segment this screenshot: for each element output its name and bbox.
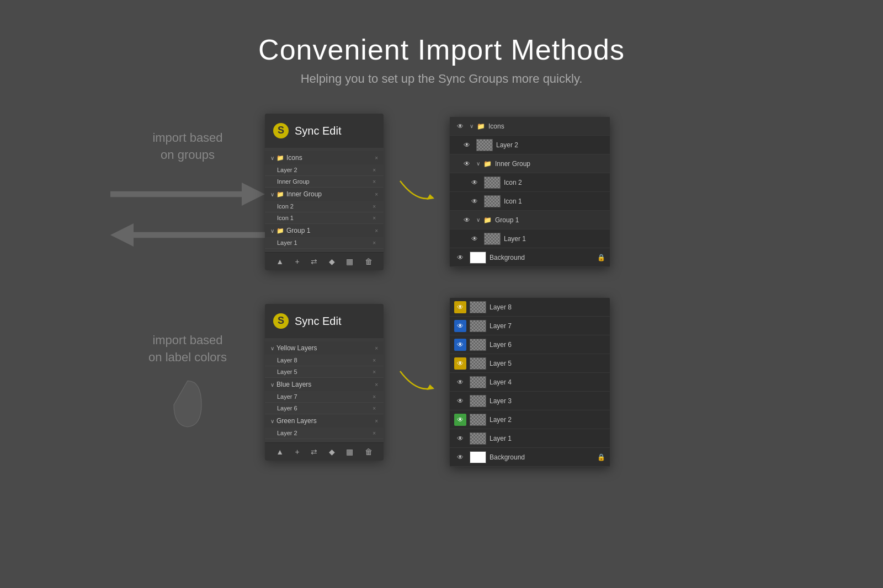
close-innergroup-1[interactable]: × [373,179,376,185]
ps-name-layer2-2: Layer 2 [490,416,605,424]
ps-eye-layer8[interactable]: 👁 [454,301,466,313]
group-innergroup-header: ∨ 📁 Inner Group × [265,188,384,201]
footer-folder-icon-2[interactable]: ▦ [346,447,353,456]
layer-layer5: Layer 5 × [265,366,384,378]
ps-name-icons: Icons [488,122,605,130]
folder-icon-3: 📁 [276,227,284,234]
close-yellow[interactable]: × [375,345,378,351]
arrow-between-1 [384,170,450,214]
group-green-header: ∨ Green Layers × [265,414,384,427]
ps-eye-layer1-2[interactable]: 👁 [454,432,466,445]
ps-eye-layer1-1[interactable]: 👁 [469,233,481,245]
ps-eye-innergroup[interactable]: 👁 [461,158,473,170]
ps-row-icon2: 👁 Icon 2 [450,173,610,192]
ps-panel-1: 👁 ∨ 📁 Icons 👁 Layer 2 👁 ∨ 📁 Inner Group [450,117,610,267]
page-header: Convenient Import Methods Helping you to… [258,33,625,86]
footer-sync-icon[interactable]: ⇄ [311,257,317,266]
section-groups: import based on groups S [110,114,773,270]
arrow-left-icon [110,216,265,254]
close-innergroup[interactable]: × [375,191,378,197]
ps-thumb-layer1-1 [484,233,501,245]
ps-eye-bg-1[interactable]: 👁 [454,252,466,264]
layer-layer1-1: Layer 1 × [265,237,384,249]
svg-marker-3 [110,223,134,247]
svg-text:S: S [278,315,284,326]
group-innergroup-label: Inner Group [286,190,322,198]
ps-thumb-layer5 [470,357,486,370]
ps-eye-layer2-1[interactable]: 👁 [461,139,473,151]
page-title: Convenient Import Methods [258,33,625,66]
ps-eye-layer3[interactable]: 👁 [454,395,466,407]
ps-eye-layer6[interactable]: 👁 [454,339,466,351]
ps-eye-bg-2[interactable]: 👁 [454,451,466,463]
ps-eye-group1[interactable]: 👁 [461,214,473,226]
ps-row-icon1: 👁 Icon 1 [450,192,610,211]
footer-delete-icon-2[interactable]: 🗑 [365,447,373,456]
arrow-between-2 [384,360,450,404]
chevron-icons: ∨ [270,155,274,161]
ps-name-layer8: Layer 8 [490,303,605,311]
ps-row-layer1-1: 👁 Layer 1 [450,229,610,248]
section2-label-text: import based on label colors [110,332,265,366]
ps-eye-layer5[interactable]: 👁 [454,357,466,370]
sync-panel-2-body: ∨ Yellow Layers × Layer 8 × Layer 5 × ∨ [265,338,384,442]
footer-add-icon[interactable]: + [295,257,300,266]
ps-eye-layer4[interactable]: 👁 [454,376,466,388]
ps-name-layer1-1: Layer 1 [504,235,605,243]
ps-eye-layer2-2[interactable]: 👁 [454,414,466,426]
layer-layer7: Layer 7 × [265,391,384,403]
sync-panel-2-header: S Sync Edit [265,304,384,338]
ps-thumb-bg-2 [470,451,486,463]
close-layer2-1[interactable]: × [373,167,376,173]
ps-folder-icons: 📁 [477,122,485,130]
ps-eye-layer7[interactable]: 👁 [454,320,466,332]
close-layer2-2[interactable]: × [373,430,376,436]
ps-eye-icon2[interactable]: 👁 [469,177,481,189]
footer-up-icon[interactable]: ▲ [276,257,284,266]
drop-icon [110,377,265,432]
chevron-innergroup: ∨ [270,191,274,197]
group-group1-label: Group 1 [286,227,310,234]
ps-row-layer6: 👁 Layer 6 [450,335,610,354]
close-layer6[interactable]: × [373,405,376,411]
ps-name-layer1-2: Layer 1 [490,435,605,442]
footer-delete-icon[interactable]: 🗑 [365,257,373,266]
group-green-label: Green Layers [276,417,317,425]
close-icon1[interactable]: × [373,215,376,221]
footer-folder-icon[interactable]: ▦ [346,257,353,266]
footer-sync-icon-2[interactable]: ⇄ [311,447,317,456]
curved-arrow-1 [389,170,444,214]
close-layer5[interactable]: × [373,369,376,375]
ps-eye-icon1[interactable]: 👁 [469,195,481,207]
group-yellow-header: ∨ Yellow Layers × [265,341,384,355]
close-icons[interactable]: × [375,155,378,161]
layer-layer2-2: Layer 2 × [265,427,384,439]
close-blue[interactable]: × [375,382,378,388]
ps-chevron-icons: ∨ [470,123,474,129]
ps-name-layer3: Layer 3 [490,397,605,405]
sync-panel-2: S Sync Edit ∨ Yellow Layers × Layer 8 × [265,304,384,461]
ps-lock-bg-1: 🔒 [597,254,605,261]
footer-up-icon-2[interactable]: ▲ [276,447,284,456]
footer-add-icon-2[interactable]: + [295,447,300,456]
close-icon2[interactable]: × [373,204,376,210]
ps-name-bg-1: Background [490,254,594,261]
footer-fill-icon-2[interactable]: ◆ [329,447,335,456]
sync-panel-1-title: Sync Edit [295,125,341,137]
ps-thumb-layer2-2 [470,414,486,426]
ps-row-bg-2: 👁 Background 🔒 [450,448,610,467]
section1-label: import based on groups [110,130,265,254]
ps-eye-icons[interactable]: 👁 [454,120,466,132]
close-group1[interactable]: × [375,228,378,234]
footer-fill-icon[interactable]: ◆ [329,257,335,266]
sync-panel-2-title: Sync Edit [295,315,341,328]
close-layer8[interactable]: × [373,357,376,364]
close-layer7[interactable]: × [373,394,376,400]
ps-thumb-layer4 [470,376,486,388]
layer-layer2-1: Layer 2 × [265,164,384,176]
close-green[interactable]: × [375,418,378,424]
ps-row-group1: 👁 ∨ 📁 Group 1 [450,211,610,229]
close-layer1-1[interactable]: × [373,240,376,246]
section2-label: import based on label colors [110,332,265,432]
ps-thumb-layer3 [470,395,486,407]
